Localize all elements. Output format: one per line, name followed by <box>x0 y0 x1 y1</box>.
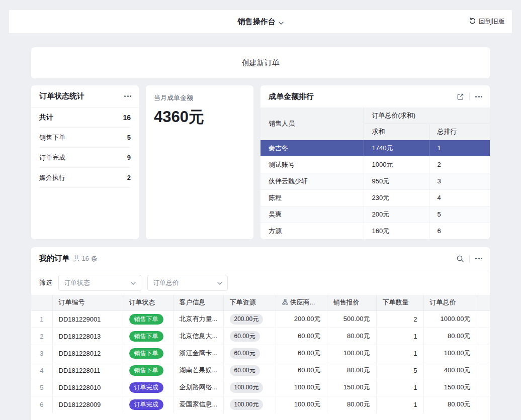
more-icon[interactable] <box>475 256 483 261</box>
rank-row[interactable]: 方源 160元 6 <box>260 223 490 239</box>
orders-title-wrap: 我的订单 共 16 条 <box>39 254 98 263</box>
quote-cell: 150.00元 <box>327 379 376 396</box>
col-customer: 客户信息 <box>173 295 223 310</box>
status-badge: 销售下单 <box>129 331 163 342</box>
resource-tag: 60.00元 <box>230 348 260 359</box>
orders-table: 订单编号 订单状态 客户信息 下单资源 供应商... 销售报价 下单数量 订单总… <box>31 295 490 413</box>
order-row[interactable]: 3 DD181228012 销售下单 浙江金鹰卡... 60.00元 60.00… <box>31 345 490 362</box>
create-order-button[interactable]: 创建新订单 <box>31 47 490 78</box>
col-supplier: 供应商... <box>276 295 327 310</box>
ranking-header-icons <box>457 93 483 100</box>
ranking-card-title: 成单金额排行 <box>269 92 314 101</box>
rank-person: 秦吉冬 <box>260 140 364 156</box>
order-row[interactable]: 6 DD181228009 订单完成 爱国家信息... 100.00元 100.… <box>31 396 490 413</box>
history-icon <box>469 17 476 26</box>
quote-cell: 500.00元 <box>327 310 376 328</box>
status-cell: 销售下单 <box>123 310 173 328</box>
qty-cell: 1 <box>376 328 423 345</box>
resource-cell: 200.00元 <box>223 310 276 328</box>
spacer-cell <box>477 362 490 379</box>
export-icon[interactable] <box>457 93 464 100</box>
resource-cell: 60.00元 <box>223 362 276 379</box>
total-cell: 100.00元 <box>423 345 477 362</box>
status-row-total[interactable]: 共计 16 <box>39 108 131 128</box>
spacer-cell <box>477 396 490 413</box>
more-icon[interactable] <box>475 94 483 99</box>
qty-cell: 5 <box>376 362 423 379</box>
rank-row[interactable]: 陈程 230元 4 <box>260 189 490 206</box>
more-icon[interactable] <box>124 94 132 98</box>
order-no-cell: DD181228009 <box>52 396 123 413</box>
status-row-media[interactable]: 媒介执行 2 <box>39 168 131 188</box>
select-placeholder: 订单状态 <box>64 278 90 287</box>
rank-rank: 5 <box>429 206 490 223</box>
rank-sum: 200元 <box>364 206 429 223</box>
col-resource: 下单资源 <box>223 295 276 310</box>
status-label: 共计 <box>39 113 53 122</box>
chevron-down-icon <box>217 279 222 286</box>
app-switcher[interactable]: 销售操作台 <box>238 17 284 27</box>
order-status-filter-select[interactable]: 订单状态 <box>58 275 141 291</box>
quote-cell: 100.00元 <box>327 345 376 362</box>
total-cell: 150.00元 <box>423 379 477 396</box>
stats-row: 订单状态统计 共计 16 销售下单 5 订单完成 9 媒介执行 2 <box>31 85 490 239</box>
status-badge: 销售下单 <box>129 365 163 376</box>
rank-col-sum: 求和 <box>364 124 429 140</box>
rank-person: 伙伴云魏少轩 <box>260 173 364 189</box>
order-status-card: 订单状态统计 共计 16 销售下单 5 订单完成 9 媒介执行 2 <box>31 85 139 239</box>
col-total: 订单总价 <box>423 295 477 310</box>
rank-row[interactable]: 吴爽 200元 5 <box>260 206 490 223</box>
row-number-header <box>31 295 52 310</box>
customer-cell: 浙江金鹰卡... <box>173 345 223 362</box>
row-number: 6 <box>31 396 52 413</box>
rank-col-group: 订单总价(求和) <box>364 108 490 124</box>
order-no-cell: DD181228012 <box>52 345 123 362</box>
status-badge: 销售下单 <box>129 314 163 325</box>
order-row[interactable]: 2 DD181228013 销售下单 北京信息大... 60.00元 60.00… <box>31 328 490 345</box>
search-icon[interactable] <box>456 255 464 263</box>
rank-person: 方源 <box>260 223 364 239</box>
row-number: 2 <box>31 328 52 345</box>
status-row-sales[interactable]: 销售下单 5 <box>39 128 131 148</box>
rank-sum: 230元 <box>364 189 429 206</box>
quote-cell: 80.00元 <box>327 362 376 379</box>
status-value: 2 <box>127 174 131 181</box>
resource-cell: 60.00元 <box>223 328 276 345</box>
order-row[interactable]: 1 DD181229001 销售下单 北京有力量... 200.00元 200.… <box>31 310 490 328</box>
resource-cell: 100.00元 <box>223 396 276 413</box>
row-number: 4 <box>31 362 52 379</box>
order-no-cell: DD181229001 <box>52 310 123 328</box>
spacer-cell <box>477 310 490 328</box>
col-qty: 下单数量 <box>376 295 423 310</box>
amount-value: 4360元 <box>154 107 245 128</box>
customer-cell: 北京有力量... <box>173 310 223 328</box>
status-row-complete[interactable]: 订单完成 9 <box>39 148 131 168</box>
total-cell: 80.00元 <box>423 328 477 345</box>
resource-tag: 100.00元 <box>230 382 264 393</box>
rank-rank: 4 <box>429 189 490 206</box>
status-badge: 订单完成 <box>129 399 163 410</box>
status-value: 16 <box>123 114 131 122</box>
total-cell: 400.00元 <box>423 362 477 379</box>
status-list: 共计 16 销售下单 5 订单完成 9 媒介执行 2 <box>31 108 139 188</box>
order-total-filter-select[interactable]: 订单总价 <box>147 275 228 291</box>
back-to-old-version-button[interactable]: 回到旧版 <box>469 10 505 33</box>
ranking-card-header: 成单金额排行 <box>260 85 490 108</box>
status-value: 5 <box>127 134 131 141</box>
status-label: 销售下单 <box>39 133 65 142</box>
rank-row[interactable]: 秦吉冬 1740元 1 <box>260 140 490 156</box>
supplier-cell: 200.00元 <box>276 310 327 328</box>
back-link-label: 回到旧版 <box>479 17 505 26</box>
amount-label: 当月成单金额 <box>154 93 245 102</box>
total-cell: 1000.00元 <box>423 310 477 328</box>
status-cell: 销售下单 <box>123 345 173 362</box>
order-row[interactable]: 5 DD181228010 订单完成 企划路网络... 100.00元 100.… <box>31 379 490 396</box>
order-row[interactable]: 4 DD181228011 销售下单 湖南芒果娱... 60.00元 60.00… <box>31 362 490 379</box>
rank-sum: 950元 <box>364 173 429 189</box>
resource-tag: 60.00元 <box>230 365 260 376</box>
status-cell: 销售下单 <box>123 328 173 345</box>
rank-row[interactable]: 测试账号 1000元 2 <box>260 156 490 173</box>
orders-card-header: 我的订单 共 16 条 <box>31 247 490 270</box>
orders-header-icons <box>456 255 483 263</box>
rank-row[interactable]: 伙伴云魏少轩 950元 3 <box>260 173 490 189</box>
